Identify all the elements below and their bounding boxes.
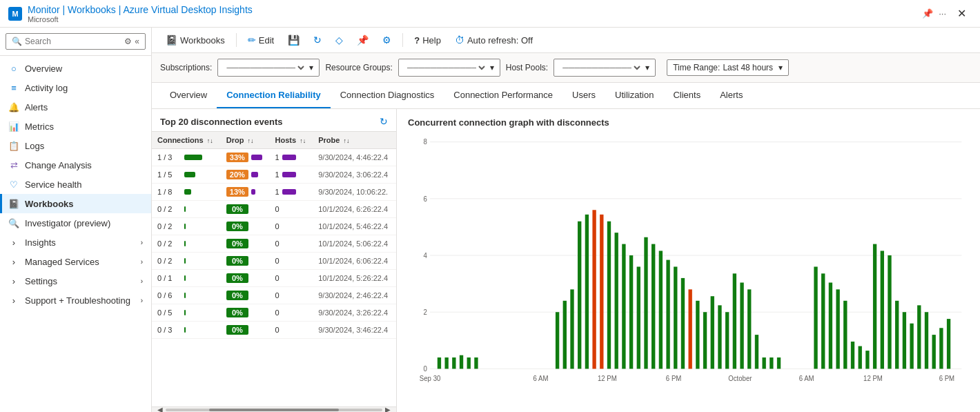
search-input[interactable]	[25, 37, 121, 46]
scroll-right[interactable]: ▶	[382, 406, 393, 412]
scroll-left[interactable]: ◀	[155, 406, 166, 412]
cell-hosts-1: 1	[270, 166, 313, 184]
col-probe[interactable]: Probe ↑↓	[313, 132, 396, 149]
sidebar-item-support-troubleshooting[interactable]: ›Support + Troubleshooting›	[0, 291, 151, 310]
resource-groups-label: Resource Groups:	[325, 63, 392, 72]
svg-rect-15	[474, 357, 478, 369]
autorefresh-button[interactable]: ⏱ Auto refresh: Off	[449, 32, 538, 48]
table-row[interactable]: 1 / 3 33% 1 9/30/2024, 4:46:22.4	[152, 149, 396, 166]
cell-drop-0: 33%	[221, 149, 270, 166]
sidebar-item-logs[interactable]: 📋Logs	[0, 136, 151, 155]
host-pools-dropdown[interactable]: ────────────── ▾	[553, 59, 656, 77]
col-hosts[interactable]: Hosts ↑↓	[270, 132, 313, 149]
sidebar-label-managed-services: Managed Services	[25, 257, 99, 267]
save-button[interactable]: 💾	[282, 32, 305, 48]
svg-rect-30	[659, 251, 663, 369]
clone-button[interactable]: ⚙	[377, 32, 397, 48]
close-button[interactable]: ✕	[952, 4, 972, 23]
svg-text:6 PM: 6 PM	[666, 373, 681, 382]
sidebar-item-alerts[interactable]: 🔔Alerts	[0, 97, 151, 117]
title-bar-actions: 📌 ··· ✕	[922, 4, 972, 23]
cell-drop-10: 0%	[221, 322, 270, 339]
tab-overview[interactable]: Overview	[160, 83, 217, 108]
table-row[interactable]: 0 / 6 0% 0 9/30/2024, 2:46:22.4	[152, 287, 396, 304]
support-troubleshooting-icon: ›	[8, 295, 19, 306]
sidebar-item-settings[interactable]: ›Settings›	[0, 271, 151, 291]
search-box[interactable]: 🔍 ⚙ «	[6, 33, 146, 50]
sidebar-item-overview[interactable]: ○Overview	[0, 59, 151, 78]
cell-drop-5: 0%	[221, 235, 270, 253]
pin-toolbar-button[interactable]: 📌	[351, 32, 374, 48]
table-refresh-icon[interactable]: ↻	[380, 116, 388, 127]
cell-drop-3: 0%	[221, 201, 270, 218]
svg-text:0: 0	[423, 364, 427, 373]
table-row[interactable]: 1 / 5 20% 1 9/30/2024, 3:06:22.4	[152, 166, 396, 184]
svg-rect-14	[467, 357, 471, 369]
host-pools-select[interactable]: ──────────────	[560, 62, 643, 73]
col-connections[interactable]: Connections ↑↓	[152, 132, 221, 149]
table-row[interactable]: 0 / 2 0% 0 10/1/2024, 6:06:22.4	[152, 253, 396, 270]
tab-utilization[interactable]: Utilization	[605, 83, 663, 108]
cell-drop-1: 20%	[221, 166, 270, 184]
tab-alerts[interactable]: Alerts	[710, 83, 752, 108]
table-row[interactable]: 0 / 5 0% 0 9/30/2024, 3:26:22.4	[152, 304, 396, 322]
subscriptions-select[interactable]: ─────────────	[224, 62, 306, 73]
more-icon[interactable]: ···	[939, 8, 946, 19]
svg-text:12 PM: 12 PM	[598, 373, 617, 382]
sidebar-item-insights[interactable]: ›Insights›	[0, 233, 151, 252]
cell-connections-2: 1 / 8	[152, 184, 221, 201]
table-panel: Top 20 disconnection events ↻ Connection…	[152, 109, 397, 412]
cell-hosts-4: 0	[270, 218, 313, 235]
sidebar-item-service-health[interactable]: ♡Service health	[0, 175, 151, 194]
table-row[interactable]: 0 / 2 0% 0 10/1/2024, 6:26:22.4	[152, 201, 396, 218]
tab-connection-reliability[interactable]: Connection Reliability	[217, 83, 331, 108]
help-button[interactable]: ? Help	[409, 32, 447, 48]
time-range-dropdown[interactable]: Time Range: Last 48 hours ▾	[667, 59, 789, 76]
svg-rect-24	[615, 233, 618, 369]
svg-rect-27	[637, 266, 640, 369]
svg-rect-31	[666, 260, 669, 369]
help-icon: ?	[414, 35, 420, 46]
resource-groups-dropdown[interactable]: ────────────────── ▾	[398, 59, 500, 77]
cell-connections-4: 0 / 2	[152, 218, 221, 235]
tab-clients[interactable]: Clients	[663, 83, 710, 108]
svg-rect-13	[460, 355, 463, 369]
svg-rect-56	[881, 251, 884, 369]
edit-button[interactable]: ✏ Edit	[242, 32, 280, 48]
col-drop[interactable]: Drop ↑↓	[221, 132, 270, 149]
sidebar-item-investigator[interactable]: 🔍Investigator (preview)	[0, 213, 151, 233]
workbooks-button[interactable]: 📓 Workbooks	[160, 32, 231, 48]
pin-icon[interactable]: 📌	[922, 8, 933, 19]
table-row[interactable]: 1 / 8 13% 1 9/30/2024, 10:06:22.	[152, 184, 396, 201]
subscriptions-dropdown[interactable]: ───────────── ▾	[217, 59, 320, 77]
cell-drop-9: 0%	[221, 304, 270, 322]
tab-users[interactable]: Users	[562, 83, 605, 108]
sidebar-item-managed-services[interactable]: ›Managed Services›	[0, 252, 151, 271]
sidebar-item-metrics[interactable]: 📊Metrics	[0, 117, 151, 136]
collapse-icon[interactable]: «	[135, 37, 139, 46]
table-row[interactable]: 0 / 2 0% 0 10/1/2024, 5:46:22.4	[152, 218, 396, 235]
refresh-button[interactable]: ↻	[308, 32, 327, 48]
chart-title: Concurrent connection graph with disconn…	[408, 117, 969, 128]
sort-icon-drop: ↑↓	[248, 137, 254, 144]
sidebar-label-workbooks: Workbooks	[25, 199, 74, 209]
table-row[interactable]: 0 / 2 0% 0 10/1/2024, 5:06:22.4	[152, 235, 396, 253]
table-row[interactable]: 0 / 1 0% 0 10/1/2024, 5:26:22.4	[152, 270, 396, 287]
app-container: 🔍 ⚙ « ○Overview≡Activity log🔔Alerts📊Metr…	[0, 28, 980, 412]
svg-text:6 AM: 6 AM	[799, 373, 814, 382]
time-range-label: Time Range:	[673, 63, 720, 72]
sidebar-item-workbooks[interactable]: 📓Workbooks	[0, 194, 151, 213]
dropdown-chevron-resource: ▾	[490, 63, 494, 72]
sort-icon-probe: ↑↓	[343, 137, 349, 144]
sidebar-item-change-analysis[interactable]: ⇄Change Analysis	[0, 155, 151, 175]
table-scroll[interactable]: Connections ↑↓ Drop ↑↓ Hosts ↑↓ Probe ↑↓…	[152, 132, 396, 406]
table-row[interactable]: 0 / 3 0% 0 9/30/2024, 3:46:22.4	[152, 322, 396, 339]
share-button[interactable]: ◇	[330, 32, 349, 48]
resource-groups-select[interactable]: ──────────────────	[404, 62, 487, 73]
filters-bar: Subscriptions: ───────────── ▾ Resource …	[152, 53, 980, 83]
svg-rect-46	[777, 357, 781, 369]
tab-connection-performance[interactable]: Connection Performance	[444, 83, 562, 108]
settings-icon[interactable]: ⚙	[124, 37, 132, 46]
sidebar-item-activity-log[interactable]: ≡Activity log	[0, 78, 151, 97]
tab-connection-diagnostics[interactable]: Connection Diagnostics	[331, 83, 444, 108]
